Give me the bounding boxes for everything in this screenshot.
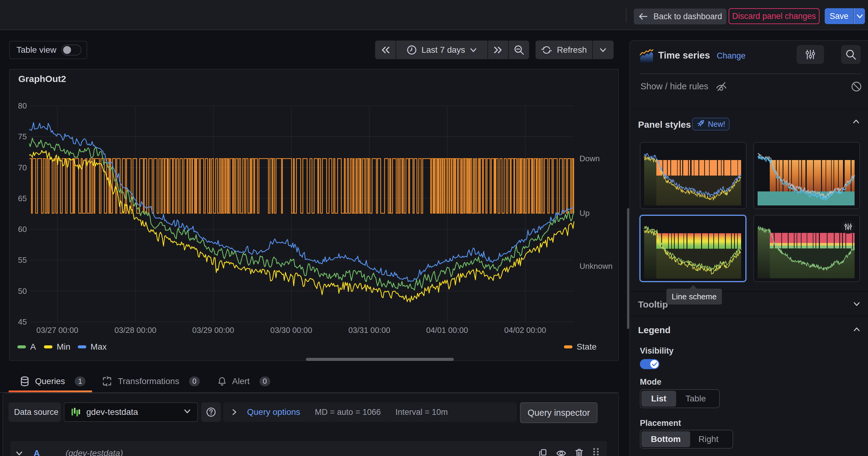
svg-text:60: 60 xyxy=(18,225,27,234)
svg-text:Up: Up xyxy=(580,208,590,218)
svg-text:70: 70 xyxy=(18,163,27,172)
svg-text:45: 45 xyxy=(18,317,27,326)
svg-text:03/28 00:00: 03/28 00:00 xyxy=(114,326,156,335)
svg-text:80: 80 xyxy=(18,101,27,110)
svg-text:Down: Down xyxy=(580,154,599,163)
svg-text:03/29 00:00: 03/29 00:00 xyxy=(192,326,234,335)
svg-text:55: 55 xyxy=(18,255,27,265)
svg-text:04/02 00:00: 04/02 00:00 xyxy=(504,326,546,335)
svg-text:04/01 00:00: 04/01 00:00 xyxy=(426,326,468,335)
svg-text:03/31 00:00: 03/31 00:00 xyxy=(348,326,390,335)
svg-text:75: 75 xyxy=(18,132,27,141)
svg-text:03/27 00:00: 03/27 00:00 xyxy=(36,326,78,335)
svg-text:Unknown: Unknown xyxy=(580,262,613,271)
svg-text:03/30 00:00: 03/30 00:00 xyxy=(270,326,312,335)
svg-text:50: 50 xyxy=(18,287,27,296)
svg-text:65: 65 xyxy=(18,194,27,203)
